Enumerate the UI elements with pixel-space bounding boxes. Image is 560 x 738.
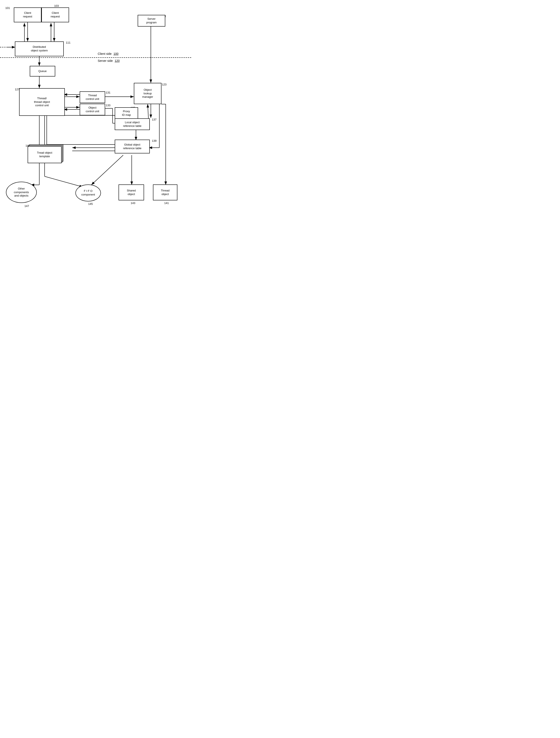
local-object-reference-table-box: Local objectreference table: [115, 118, 150, 130]
ref-145: 145: [88, 202, 93, 206]
ref-147: 147: [24, 205, 29, 208]
svg-line-40: [45, 176, 83, 187]
fifo-component-ellipse: F I F Ocomponent: [75, 184, 101, 202]
ref-101: 101: [5, 6, 10, 10]
tread-object-template-stacked: Tread objecttemplate: [28, 146, 62, 163]
other-components-objects-ellipse: Othercomponentsand objects: [6, 182, 37, 203]
ref-133: 133: [106, 104, 110, 107]
proxy-id-map-box: ProxyID map: [115, 107, 138, 119]
queue-box: Queue: [30, 66, 55, 76]
thread-control-unit-box: Threadcontrol unit: [80, 91, 105, 103]
global-object-reference-table-box: Global objectreference table: [115, 139, 150, 153]
client-side-label: Client side 100: [98, 52, 118, 55]
shared-object-box: Sharedobject: [118, 184, 144, 201]
client-request-2-box: Clientrequest: [41, 7, 69, 22]
ref-137: 137: [152, 118, 156, 121]
server-side-label: Server side 120: [98, 59, 120, 62]
ref-127: 127: [15, 88, 20, 91]
object-control-unit-box: Objectcontrol unit: [80, 104, 105, 115]
ref-111: 111: [66, 41, 70, 44]
server-program-box: Serverprogram: [138, 15, 165, 27]
thread-thread-object-control-unit-box: Thread/thread objectcontrol unit: [19, 88, 65, 116]
svg-line-38: [91, 155, 123, 185]
ref-139: 139: [152, 139, 156, 142]
ref-131: 131: [106, 91, 110, 94]
arrows-svg: [0, 0, 191, 255]
client-request-1-box: Clientrequest: [14, 7, 41, 22]
distributed-object-system-box: Distributedobject system: [15, 41, 64, 56]
object-lookup-manager-box: Objectlookupmanager: [134, 83, 161, 104]
ref-141: 141: [164, 202, 169, 205]
client-server-divider: [0, 57, 191, 58]
diagram-container: Client side 100 Server side 120 101 Clie…: [0, 0, 191, 255]
thread-object-box: Threadobject: [153, 184, 177, 201]
ref-103: 103: [54, 4, 59, 7]
ref-123: 123: [162, 83, 166, 86]
ref-143: 143: [131, 202, 135, 205]
